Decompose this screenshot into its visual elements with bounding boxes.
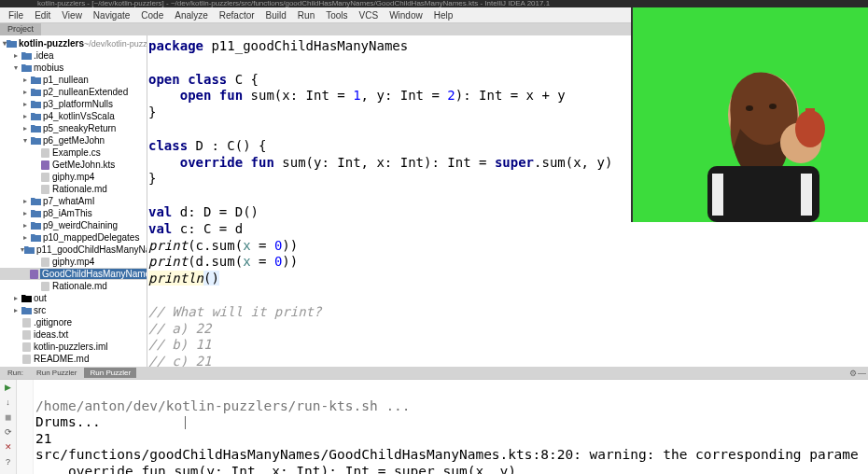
project-tree[interactable]: ▾kotlin-puzzlers ~/dev/kotlin-puzzlers▸.… bbox=[0, 35, 147, 367]
keyword-class: class bbox=[148, 138, 188, 153]
tree-arrow-icon[interactable]: ▾ bbox=[11, 63, 21, 72]
stop-icon[interactable]: ◼ bbox=[3, 411, 14, 423]
folder-icon bbox=[30, 209, 41, 218]
tree-arrow-icon[interactable]: ▸ bbox=[21, 233, 30, 242]
menu-run[interactable]: Run bbox=[293, 9, 319, 21]
svg-rect-0 bbox=[41, 148, 49, 158]
tree-arrow-icon[interactable]: ▸ bbox=[21, 221, 30, 230]
menu-view[interactable]: View bbox=[57, 9, 87, 21]
help-icon[interactable]: ? bbox=[3, 456, 14, 467]
close-icon[interactable]: ✕ bbox=[3, 441, 14, 453]
menu-code[interactable]: Code bbox=[136, 9, 168, 21]
hide-icon[interactable]: — bbox=[858, 369, 866, 378]
menu-refactor[interactable]: Refactor bbox=[215, 9, 259, 21]
comment: // What will it print? bbox=[148, 304, 868, 321]
tree-node[interactable]: .gitignore bbox=[0, 316, 147, 328]
rerun-icon[interactable]: ▶ bbox=[3, 382, 14, 393]
folder-icon bbox=[30, 197, 41, 206]
tree-node[interactable]: Rationale.md bbox=[0, 280, 147, 292]
tree-arrow-icon[interactable]: ▸ bbox=[11, 306, 21, 314]
file-icon bbox=[21, 355, 32, 364]
tree-node[interactable]: ▾kotlin-puzzlers ~/dev/kotlin-puzzlers bbox=[0, 37, 147, 49]
tree-node-label: p7_whatAmI bbox=[43, 196, 95, 206]
tree-arrow-icon[interactable]: ▸ bbox=[21, 100, 30, 108]
tree-node[interactable]: ▸p9_weirdChaining bbox=[0, 219, 147, 231]
project-tab[interactable]: Project bbox=[0, 23, 41, 35]
tree-node[interactable]: ▸p1_nullean bbox=[0, 74, 147, 86]
tree-node-label: kotlin-puzzlers bbox=[19, 38, 84, 49]
tree-node[interactable]: ▸.idea bbox=[0, 49, 147, 62]
tab-run-puzzler-1[interactable]: Run Puzzler bbox=[31, 368, 83, 378]
keyword-package: package bbox=[148, 38, 203, 53]
keyword-super: super bbox=[495, 155, 534, 170]
menu-file[interactable]: File bbox=[4, 9, 28, 21]
tree-node-label: out bbox=[34, 293, 47, 303]
console-output[interactable]: /home/anton/dev/kotlin-puzzlers/run-kts.… bbox=[34, 380, 868, 474]
tree-node[interactable]: ▾p11_goodChildHasManyNames bbox=[0, 244, 147, 256]
number-literal: 2 bbox=[447, 88, 455, 103]
output-line: Drums... bbox=[35, 414, 101, 429]
tree-node[interactable]: ▸p7_whatAmI bbox=[0, 195, 147, 207]
tree-node[interactable]: kotlin-puzzlers.iml bbox=[0, 341, 147, 353]
tree-arrow-icon[interactable]: ▸ bbox=[21, 124, 30, 132]
svg-rect-10 bbox=[22, 355, 31, 364]
tree-node-label: ideas.txt bbox=[34, 329, 68, 340]
menu-help[interactable]: Help bbox=[429, 9, 458, 21]
menu-vcs[interactable]: VCS bbox=[355, 9, 384, 21]
tree-node[interactable]: ▾p6_getMeJohn bbox=[0, 134, 147, 146]
tree-node-label: p10_mappedDelegates bbox=[43, 232, 139, 243]
tree-node-label: GoodChildHasManyNames.kts bbox=[40, 269, 147, 279]
folder-icon bbox=[21, 51, 32, 61]
tree-node-label: p4_kotlinVsScala bbox=[43, 111, 115, 121]
tree-node[interactable]: ideas.txt bbox=[0, 328, 147, 341]
tree-arrow-icon[interactable]: ▸ bbox=[21, 112, 30, 120]
menu-navigate[interactable]: Navigate bbox=[89, 9, 134, 21]
tree-arrow-icon[interactable]: ▸ bbox=[21, 76, 30, 84]
tree-node-label: p5_sneakyReturn bbox=[43, 123, 116, 133]
tree-node[interactable]: GoodChildHasManyNames.kts bbox=[0, 268, 147, 280]
named-param: x bbox=[243, 254, 250, 269]
gear-icon[interactable]: ⚙ bbox=[849, 369, 857, 378]
tree-node[interactable]: giphy.mp4 bbox=[0, 256, 147, 268]
menu-build[interactable]: Build bbox=[261, 9, 291, 21]
tree-node[interactable]: ▸p2_nulleanExtended bbox=[0, 86, 147, 98]
tree-arrow-icon[interactable]: ▸ bbox=[11, 294, 21, 302]
menu-window[interactable]: Window bbox=[385, 9, 427, 21]
tree-node[interactable]: Example.cs bbox=[0, 146, 147, 159]
menu-analyze[interactable]: Analyze bbox=[170, 9, 213, 21]
menu-edit[interactable]: Edit bbox=[30, 9, 55, 21]
tree-node[interactable]: ▾mobius bbox=[0, 62, 147, 74]
scroll-icon[interactable]: ↓ bbox=[3, 397, 14, 408]
fn-print: print bbox=[148, 254, 188, 269]
tree-node[interactable]: ▸p3_platformNulls bbox=[0, 98, 147, 110]
folder-icon bbox=[30, 112, 41, 121]
tree-node[interactable]: ▸p5_sneakyReturn bbox=[0, 122, 147, 134]
tree-arrow-icon[interactable]: ▸ bbox=[21, 197, 30, 205]
tree-node-label: GetMeJohn.kts bbox=[52, 160, 115, 170]
file-icon bbox=[21, 330, 32, 340]
code-text: sum(y: Int, x: Int): Int = bbox=[274, 155, 495, 170]
code-text: , y: Int = bbox=[361, 88, 448, 103]
menu-tools[interactable]: Tools bbox=[321, 9, 352, 21]
tree-node[interactable]: README.md bbox=[0, 353, 147, 365]
run-panel: ▶ ↓ ◼ ⟳ ✕ ? /home/anton/dev/kotlin-puzzl… bbox=[0, 379, 868, 474]
tree-node[interactable]: giphy.mp4 bbox=[0, 171, 147, 183]
tree-node-label: p8_iAmThis bbox=[43, 208, 92, 218]
restart-icon[interactable]: ⟳ bbox=[3, 426, 14, 438]
tree-node[interactable]: ▸out bbox=[0, 292, 147, 304]
tree-node[interactable]: ▸p8_iAmThis bbox=[0, 207, 147, 219]
tree-arrow-icon[interactable]: ▸ bbox=[11, 51, 21, 60]
code-text: () bbox=[203, 271, 219, 286]
tree-arrow-icon[interactable]: ▾ bbox=[21, 136, 30, 145]
tree-arrow-icon[interactable]: ▸ bbox=[21, 209, 30, 217]
tree-node[interactable]: GetMeJohn.kts bbox=[0, 159, 147, 171]
tree-node[interactable]: Rationale.md bbox=[0, 183, 147, 195]
tree-node[interactable]: ▸src bbox=[0, 304, 147, 316]
tree-node-label: p1_nullean bbox=[43, 75, 89, 85]
tab-run-puzzler-2[interactable]: Run Puzzler bbox=[84, 368, 136, 378]
tree-arrow-icon[interactable]: ▸ bbox=[21, 88, 30, 96]
tree-node[interactable]: ▸p4_kotlinVsScala bbox=[0, 110, 147, 122]
tree-node[interactable]: ▸p10_mappedDelegates bbox=[0, 231, 147, 244]
comment: // c) 21 bbox=[148, 354, 868, 367]
svg-rect-3 bbox=[41, 185, 49, 194]
